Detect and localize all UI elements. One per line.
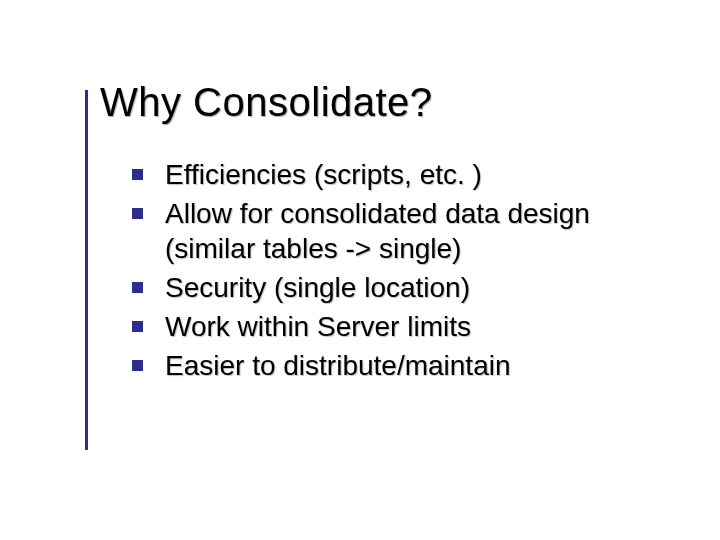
square-bullet-icon — [132, 169, 143, 180]
square-bullet-icon — [132, 360, 143, 371]
bullet-text: Work within Server limits — [165, 309, 471, 344]
list-item: Security (single location) — [132, 270, 660, 305]
square-bullet-icon — [132, 208, 143, 219]
square-bullet-icon — [132, 282, 143, 293]
list-item: Work within Server limits — [132, 309, 660, 344]
accent-line — [85, 90, 88, 450]
list-item: Allow for consolidated data design (simi… — [132, 196, 660, 266]
list-item: Efficiencies (scripts, etc. ) — [132, 157, 660, 192]
bullet-list: Efficiencies (scripts, etc. ) Allow for … — [132, 157, 660, 383]
square-bullet-icon — [132, 321, 143, 332]
bullet-text: Efficiencies (scripts, etc. ) — [165, 157, 482, 192]
bullet-text: Easier to distribute/maintain — [165, 348, 511, 383]
list-item: Easier to distribute/maintain — [132, 348, 660, 383]
slide-title: Why Consolidate? — [100, 80, 660, 125]
slide: Why Consolidate? Efficiencies (scripts, … — [0, 0, 720, 540]
bullet-text: Allow for consolidated data design (simi… — [165, 196, 660, 266]
bullet-text: Security (single location) — [165, 270, 470, 305]
